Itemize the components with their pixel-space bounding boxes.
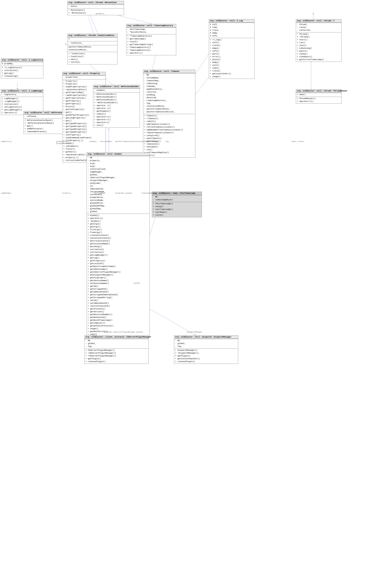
label-sessionname2: sessionName_ (94, 192, 106, 194)
i-log-factory-box: org::xnlBlaster::util::I_LogFactory # pr… (1, 58, 43, 78)
thread-runner-box: org::xnlBlaster::util::thread::ThreadRun… (296, 89, 342, 104)
label-log1: log_ (155, 141, 159, 143)
i-log-factory-title: org::xnlBlaster::util::I_LogFactory (1, 59, 43, 62)
cbserver-plugin-manager-box: org::xnlBlaster::client::protocol::CbSer… (84, 335, 149, 364)
ref-holder-box: org::xnlBlaster::util::ReferenceHolder -… (93, 85, 140, 128)
i-log-box: org::xnlBlaster::util::I_Log # call_ # t… (209, 19, 255, 79)
thread-box: org::xnlBlaster::util::thread::T - threa… (296, 19, 342, 62)
label-timestampobj: timestampObject (141, 192, 157, 194)
label-global-cbserver: global_cbServerPluginManager_global_ (106, 331, 144, 333)
mutex-class-title: org::xnlBlaster::util::thread::MutexClas… (68, 1, 124, 4)
label-property: property_ (62, 192, 71, 194)
label-log3: log_ (163, 192, 167, 194)
label-dispatchmanager: dispatchManager_ (187, 331, 203, 333)
label-owner-runner: owner_runner_ (292, 141, 305, 143)
label-sessionname: sessionName_ (100, 141, 113, 143)
dispatch-manager-box: org::xnlBlaster::util::dispatch::Dispatc… (174, 335, 238, 364)
connector-label-getmutex: getMutex_ (96, 13, 105, 15)
mutex-class-attrs: - mutex_ (68, 4, 124, 8)
uml-diagram: org::xnlBlaster::util::thread::MutexClas… (0, 0, 392, 577)
label-global: global_ (134, 282, 141, 284)
label-element: element_ (89, 141, 98, 143)
label-pingtimer-global: pingtimer_global_ (115, 192, 133, 194)
label-globalmutex: globalMutex_,pingerMutex_ (56, 141, 70, 144)
label-log4: log_ (174, 192, 178, 194)
test-timestamp-box: org::xnlBlaster::test::TestTimestamp - M… (152, 192, 202, 217)
label-logfactory: logFactory_ (1, 141, 12, 143)
svg-line-0 (89, 13, 98, 34)
timeout-box: org::xnlBlaster::util::Timeout - ME - th… (143, 70, 195, 158)
label-waittimeout: waitForTimeoutConditionTimestampFactory_ (115, 141, 157, 143)
svg-line-19 (87, 13, 94, 34)
label-logmanager: logManager_ (1, 192, 12, 194)
condition-box: org::xnlBlaster::thread::ConditionMutex … (67, 34, 117, 65)
connector-arrows (0, 0, 392, 577)
label-log2: log_ (165, 141, 169, 143)
global-box: org::xnlBlaster::util::Global - ME - pro… (87, 152, 150, 337)
timestamp-factory-box: org::xnlBlaster::util::TimestampFactory … (126, 24, 176, 55)
